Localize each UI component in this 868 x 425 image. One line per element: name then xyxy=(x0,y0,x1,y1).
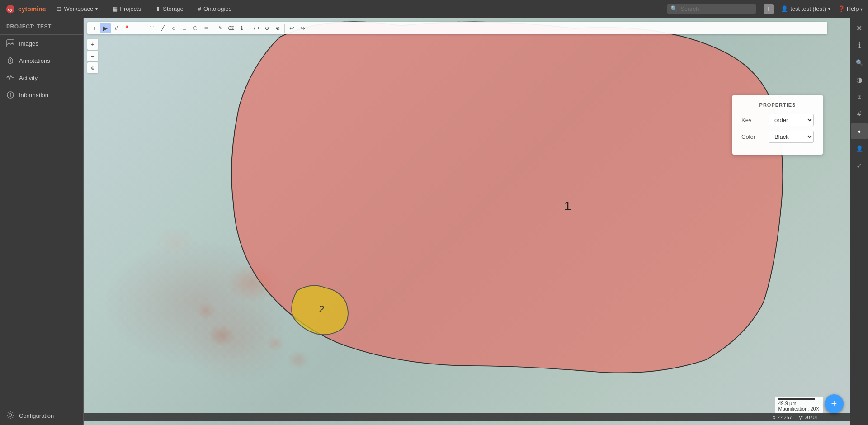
sidebar-item-activity[interactable]: Activity xyxy=(0,69,83,86)
projects-icon: ▦ xyxy=(112,5,118,12)
image-icon xyxy=(6,39,14,47)
sidebar-item-information[interactable]: Information xyxy=(0,86,83,104)
right-close-btn[interactable]: ✕ xyxy=(851,20,868,36)
app-logo-text: cytomine xyxy=(18,5,46,13)
toolbar-line-btn[interactable]: ╱ xyxy=(157,23,168,33)
zoom-in-btn[interactable]: + xyxy=(87,39,98,50)
svg-point-6 xyxy=(10,61,11,62)
ontologies-icon: # xyxy=(198,5,201,12)
sidebar: PROJECT: TEST Images Annotations Activit… xyxy=(0,18,84,425)
storage-icon: ⬆ xyxy=(156,5,160,12)
project-title: PROJECT: TEST xyxy=(0,18,83,35)
toolbar-edit-btn[interactable]: ✎ xyxy=(215,23,226,33)
nav-ontologies[interactable]: # Ontologies xyxy=(194,4,235,14)
projects-label: Projects xyxy=(120,5,141,12)
toolbar-hash-btn[interactable]: # xyxy=(111,23,122,33)
nav-storage[interactable]: ⬆ Storage xyxy=(152,4,187,14)
user-chevron-icon: ▾ xyxy=(828,6,830,11)
toolbar-poly-btn[interactable]: ⬡ xyxy=(190,23,201,33)
toolbar-info-btn[interactable]: ℹ xyxy=(236,23,247,33)
scale-bar-line xyxy=(778,398,815,400)
svg-text:cy: cy xyxy=(8,7,13,11)
right-search-btn[interactable]: 🔍 xyxy=(851,54,868,71)
zoom-controls: + − ⊕ xyxy=(87,39,98,73)
fab-add-button[interactable]: + xyxy=(825,394,844,413)
coordinates-bar: x: 44257 y: 20701 xyxy=(84,413,850,421)
toolbar-rect-btn[interactable]: □ xyxy=(179,23,190,33)
scale-label: 49.9 μm xyxy=(778,401,820,406)
right-hashtag-btn[interactable]: # xyxy=(851,106,868,122)
right-panel: ✕ ℹ 🔍 ◑ ⊞ # ● 👤 ✓ xyxy=(850,18,868,425)
zoom-reset-btn[interactable]: ⊕ xyxy=(87,62,98,73)
help-menu[interactable]: ❓ Help ▾ xyxy=(838,5,863,12)
workspace-icon: ⊞ xyxy=(57,5,61,12)
toolbar-sep-2 xyxy=(213,24,213,33)
toolbar-freehand-btn[interactable]: ✏ xyxy=(201,23,212,33)
help-icon: ❓ xyxy=(838,5,845,12)
toolbar-sep-3 xyxy=(249,24,249,33)
right-dot-btn[interactable]: ● xyxy=(851,123,868,139)
user-menu[interactable]: 👤 test test (test) ▾ xyxy=(781,5,830,12)
user-label: test test (test) xyxy=(790,5,826,12)
coord-y: y: 20701 xyxy=(799,415,818,420)
right-people-btn[interactable]: 👤 xyxy=(851,140,868,156)
nav-workspace[interactable]: ⊞ Workspace ▾ xyxy=(53,4,101,14)
prop-key-row: Key order name id xyxy=(741,114,814,126)
sidebar-item-configuration[interactable]: Configuration xyxy=(0,406,83,425)
toolbar-merge-btn[interactable]: ⊗ xyxy=(272,23,283,33)
toolbar-sep-4 xyxy=(284,24,285,33)
svg-point-3 xyxy=(9,42,10,43)
toolbar-plus-btn[interactable]: + xyxy=(89,23,100,33)
help-chevron-icon: ▾ xyxy=(860,7,863,12)
search-icon: 🔍 xyxy=(670,5,678,12)
prop-key-label: Key xyxy=(741,117,764,123)
toolbar-erase-btn[interactable]: ⌫ xyxy=(226,23,236,33)
toolbar-undo-btn[interactable]: ↩ xyxy=(286,23,297,33)
properties-title: PROPERTIES xyxy=(741,102,814,108)
images-label: Images xyxy=(19,40,38,47)
search-box: 🔍 xyxy=(667,4,756,14)
prop-color-select[interactable]: Black White Red Blue xyxy=(769,131,814,143)
user-icon: 👤 xyxy=(781,5,788,12)
viewer-toolbar: + ▶ # 📍 − ⌒ ╱ ○ □ ⬡ ✏ ✎ ⌫ ℹ 🏷 ⊕ ⊗ ↩ ↪ xyxy=(87,22,827,34)
search-input[interactable] xyxy=(680,5,753,12)
zoom-out-btn[interactable]: − xyxy=(87,51,98,61)
coord-x: x: 44257 xyxy=(773,415,792,420)
toolbar-minus-btn[interactable]: − xyxy=(136,23,146,33)
toolbar-lasso-btn[interactable]: ⌒ xyxy=(146,23,157,33)
toolbar-pointer-btn[interactable]: ▶ xyxy=(100,23,111,33)
right-check-btn[interactable]: ✓ xyxy=(851,157,868,174)
toolbar-node-btn[interactable]: ⊕ xyxy=(261,23,272,33)
configuration-label: Configuration xyxy=(19,412,54,419)
viewer-area[interactable]: 1 2 + ▶ # 📍 − ⌒ ╱ ○ □ ⬡ ✏ ✎ ⌫ ℹ 🏷 xyxy=(84,18,850,425)
nav-projects[interactable]: ▦ Projects xyxy=(108,4,145,14)
annotation-icon xyxy=(6,57,14,65)
scale-bar: 49.9 μm Magnification: 20X xyxy=(775,397,823,413)
sidebar-item-images[interactable]: Images xyxy=(0,35,83,52)
right-info-btn[interactable]: ℹ xyxy=(851,37,868,53)
top-navigation: cy cytomine ⊞ Workspace ▾ ▦ Projects ⬆ S… xyxy=(0,0,868,18)
sidebar-item-annotations[interactable]: Annotations xyxy=(0,52,83,69)
info-icon xyxy=(6,91,14,99)
information-label: Information xyxy=(19,92,48,99)
add-button[interactable]: + xyxy=(764,4,774,14)
toolbar-circle-btn[interactable]: ○ xyxy=(168,23,179,33)
activity-label: Activity xyxy=(19,75,38,81)
activity-icon xyxy=(6,74,14,82)
app-logo[interactable]: cy cytomine xyxy=(5,4,46,14)
gear-icon xyxy=(6,411,14,420)
storage-label: Storage xyxy=(163,5,184,12)
prop-color-row: Color Black White Red Blue xyxy=(741,131,814,143)
toolbar-redo-btn[interactable]: ↪ xyxy=(297,23,308,33)
prop-key-select[interactable]: order name id xyxy=(769,114,814,126)
toolbar-tag-btn[interactable]: 🏷 xyxy=(250,23,261,33)
magnification-label: Magnification: 20X xyxy=(778,406,820,411)
workspace-chevron-icon: ▾ xyxy=(95,6,98,11)
prop-color-label: Color xyxy=(741,133,764,140)
right-contrast-btn[interactable]: ◑ xyxy=(851,71,868,88)
toolbar-pin-btn[interactable]: 📍 xyxy=(122,23,132,33)
svg-point-9 xyxy=(10,93,11,94)
right-layers-btn[interactable]: ⊞ xyxy=(851,89,868,105)
properties-panel: PROPERTIES Key order name id Color Black… xyxy=(732,95,823,155)
svg-point-10 xyxy=(9,414,12,416)
